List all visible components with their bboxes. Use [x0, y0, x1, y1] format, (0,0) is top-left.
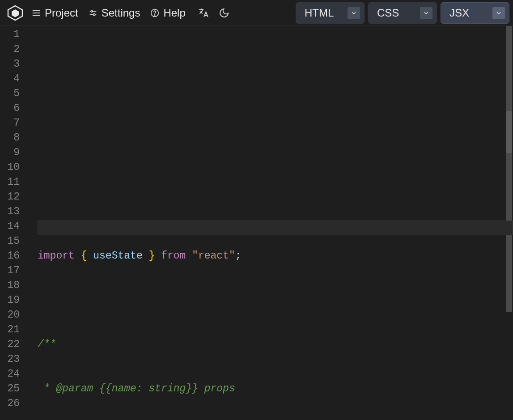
line-number: 4: [0, 72, 20, 86]
line-number: 10: [0, 160, 20, 175]
code-editor[interactable]: 1234567891011121314151617181920212223242…: [0, 26, 513, 420]
current-line-highlight: [38, 221, 513, 235]
svg-point-10: [155, 14, 155, 15]
chevron-down-icon: [350, 9, 357, 17]
minimap-viewport[interactable]: [506, 111, 512, 153]
line-number: 12: [0, 190, 20, 204]
menu-project[interactable]: Project: [31, 7, 78, 19]
menu-help[interactable]: Help: [150, 7, 185, 19]
line-number: 26: [0, 396, 20, 411]
theme-toggle-button[interactable]: [215, 4, 233, 22]
menu-settings[interactable]: Settings: [88, 7, 140, 19]
code-line: /**: [38, 337, 513, 352]
line-number: 17: [0, 263, 20, 278]
line-number: 3: [0, 57, 20, 72]
line-number: 14: [0, 219, 20, 234]
code-line: import { useState } from "react";: [38, 249, 513, 263]
svg-point-8: [93, 13, 95, 15]
line-number: 7: [0, 116, 20, 131]
line-number: 20: [0, 308, 20, 322]
app-logo[interactable]: [4, 4, 27, 22]
scrollbar-thumb[interactable]: [506, 26, 512, 312]
chevron-down-icon: [423, 9, 430, 17]
line-gutter: 1234567891011121314151617181920212223242…: [0, 26, 26, 420]
line-number: 2: [0, 42, 20, 57]
code-area[interactable]: import { useState } from "react"; /** * …: [26, 26, 513, 420]
menu-settings-label: Settings: [102, 7, 140, 19]
line-number: 16: [0, 249, 20, 263]
line-number: 23: [0, 352, 20, 367]
line-number: 22: [0, 337, 20, 352]
moon-icon: [219, 8, 229, 18]
code-line: [38, 293, 513, 308]
line-number: 25: [0, 382, 20, 396]
translate-button[interactable]: [195, 4, 212, 22]
chevron-down-icon: [495, 9, 502, 17]
tab-html[interactable]: HTML: [296, 2, 365, 24]
tab-css-dropdown[interactable]: [420, 7, 432, 19]
line-number: 5: [0, 86, 20, 101]
menu-help-label: Help: [163, 7, 185, 19]
line-number: 24: [0, 367, 20, 382]
line-number: 9: [0, 145, 20, 160]
language-tabs: HTML CSS JSX: [296, 2, 509, 24]
line-number: 21: [0, 322, 20, 337]
menu-project-label: Project: [45, 7, 78, 19]
svg-marker-1: [12, 9, 19, 17]
tab-css[interactable]: CSS: [368, 2, 437, 24]
tab-jsx[interactable]: JSX: [441, 2, 509, 24]
line-number: 11: [0, 175, 20, 190]
code-line: * @param {{name: string}} props: [38, 382, 513, 396]
tab-html-label: HTML: [305, 7, 334, 19]
line-number: 6: [0, 101, 20, 116]
main-menu: Project Settings Help: [31, 7, 186, 19]
tab-jsx-label: JSX: [449, 7, 469, 19]
line-number: 1: [0, 27, 20, 42]
hamburger-icon: [31, 8, 41, 18]
line-number: 8: [0, 131, 20, 145]
line-number: 19: [0, 293, 20, 308]
line-number: 13: [0, 204, 20, 219]
tab-jsx-dropdown[interactable]: [492, 7, 505, 19]
line-number: 15: [0, 234, 20, 249]
help-circle-icon: [150, 8, 160, 18]
cube-logo-icon: [6, 4, 24, 22]
translate-icon: [198, 7, 209, 19]
tab-css-label: CSS: [377, 7, 399, 19]
tab-html-dropdown[interactable]: [348, 7, 360, 19]
line-number: 18: [0, 278, 20, 293]
topbar: Project Settings Help HTML CSS: [0, 0, 513, 26]
svg-point-6: [91, 10, 93, 12]
sliders-icon: [88, 8, 98, 18]
